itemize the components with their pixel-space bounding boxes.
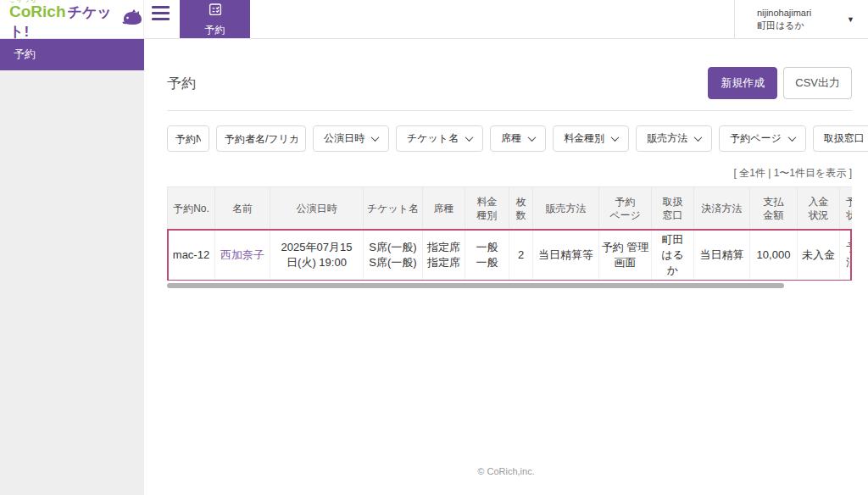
chevron-down-icon <box>528 133 537 142</box>
horizontal-scrollbar-thumb[interactable] <box>167 283 784 288</box>
filter-reservation-no-input[interactable] <box>167 125 209 152</box>
cell-performance-date: 2025年07月15 日(火) 19:00 <box>270 230 364 281</box>
csv-export-button[interactable]: CSV出力 <box>783 67 852 99</box>
user-account: nijinohajimari <box>757 7 811 19</box>
filter-fee-type-select[interactable]: 料金種別 <box>553 125 629 152</box>
reservations-table: 予約No. 名前 公演日時 チケット名 席種 料金 種別 枚 数 販売方法 予約… <box>167 186 852 281</box>
header-cell-reservation-status: 予約 状況 <box>840 187 853 230</box>
user-menu[interactable]: nijinohajimari 町田はるか ▼ <box>734 0 868 38</box>
filter-seat-type-select[interactable]: 席種 <box>490 125 546 152</box>
chevron-down-icon <box>371 133 380 142</box>
cell-reservation-page: 予約 管理 画面 <box>599 230 652 281</box>
main-content: 予約 新規作成 CSV出力 公演日時 チケット名 席種 料金種別 販売方法 予約… <box>144 39 868 495</box>
cell-name-link[interactable]: 西加奈子 <box>215 230 270 281</box>
calendar-check-icon <box>208 2 223 20</box>
logo-brand: CoRich <box>9 3 66 20</box>
cell-payment-method: 当日精算 <box>694 230 750 281</box>
header-cell-sales-method: 販売方法 <box>533 187 599 230</box>
chevron-down-icon <box>611 133 620 142</box>
chevron-down-icon <box>787 133 796 142</box>
page-title: 予約 <box>167 74 708 93</box>
mascot-icon <box>121 8 143 31</box>
header-cell-performance-date: 公演日時 <box>270 187 364 230</box>
caret-down-icon: ▼ <box>847 15 854 24</box>
cell-sales-method: 当日精算等 <box>533 230 599 281</box>
tab-reservations[interactable]: 予約 <box>180 0 250 38</box>
header-cell-payment-method: 決済方法 <box>694 187 750 230</box>
header-divider <box>167 110 852 111</box>
tab-label: 予約 <box>205 23 225 37</box>
filter-bar: 公演日時 チケット名 席種 料金種別 販売方法 予約ページ 取扱窓口 決済方法 <box>167 125 868 152</box>
footer-copyright: © CoRich,inc. <box>144 466 868 476</box>
cell-quantity: 2 <box>509 230 533 281</box>
sidebar: 予約 <box>0 39 144 495</box>
header-cell-ticket-name: チケット名 <box>364 187 423 230</box>
chevron-down-icon <box>694 133 703 142</box>
table-header-row: 予約No. 名前 公演日時 チケット名 席種 料金 種別 枚 数 販売方法 予約… <box>168 187 853 230</box>
chevron-down-icon <box>465 133 474 142</box>
cell-reservation-no: mac-12 <box>168 230 215 281</box>
cell-seat-type: 指定席 指定席 <box>423 230 465 281</box>
header-cell-seat-type: 席種 <box>423 187 465 230</box>
table-row[interactable]: mac-12 西加奈子 2025年07月15 日(火) 19:00 S席(一般)… <box>168 230 853 281</box>
header-cell-name: 名前 <box>215 187 270 230</box>
header-cell-handling-window: 取扱 窓口 <box>652 187 694 230</box>
horizontal-scrollbar <box>167 283 852 288</box>
cell-reservation-status: 予約済 <box>840 230 853 281</box>
header-cell-deposit-status: 入金 状況 <box>798 187 840 230</box>
app-logo[interactable]: こりっち CoRichチケット! <box>0 0 144 38</box>
filter-reserver-name-input[interactable] <box>216 125 306 152</box>
header-cell-reservation-no: 予約No. <box>168 187 215 230</box>
top-bar: こりっち CoRichチケット! 予約 nijinohajimari <box>0 0 868 39</box>
user-name: 町田はるか <box>757 19 811 32</box>
filter-reservation-page-select[interactable]: 予約ページ <box>719 125 806 152</box>
create-new-button[interactable]: 新規作成 <box>708 67 777 99</box>
sidebar-item-reservations[interactable]: 予約 <box>0 39 144 70</box>
filter-performance-date-select[interactable]: 公演日時 <box>313 125 389 152</box>
header-cell-quantity: 枚 数 <box>509 187 533 230</box>
header-cell-reservation-page: 予約 ページ <box>599 187 652 230</box>
cell-payment-amount: 10,000 <box>750 230 798 281</box>
cell-deposit-status: 未入金 <box>798 230 840 281</box>
filter-ticket-name-select[interactable]: チケット名 <box>396 125 483 152</box>
header-cell-fee-type: 料金 種別 <box>465 187 509 230</box>
filter-handling-window-select[interactable]: 取扱窓口 <box>813 125 868 152</box>
cell-fee-type: 一般 一般 <box>465 230 509 281</box>
menu-hamburger-icon[interactable] <box>144 0 180 38</box>
cell-handling-window: 町田 はる か <box>652 230 694 281</box>
header-cell-payment-amount: 支払 金額 <box>750 187 798 230</box>
filter-sales-method-select[interactable]: 販売方法 <box>636 125 712 152</box>
result-count: [ 全1件 | 1〜1件目を表示 ] <box>144 166 852 181</box>
cell-ticket-name: S席(一般) S席(一般) <box>364 230 423 281</box>
